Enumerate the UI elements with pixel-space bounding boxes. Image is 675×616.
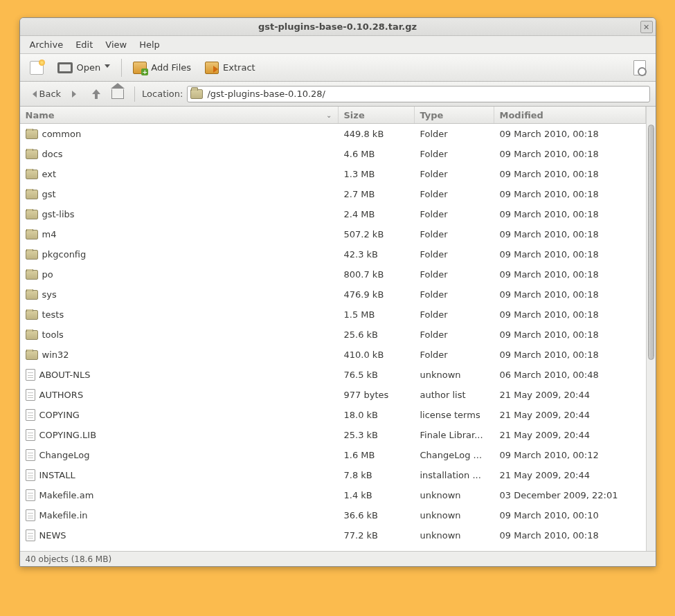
file-row[interactable]: gst2.7 MBFolder09 March 2010, 00:18: [20, 184, 646, 204]
back-label: Back: [39, 89, 62, 99]
file-modified: 09 March 2010, 00:18: [494, 530, 646, 541]
file-name: gst: [42, 189, 56, 199]
file-row[interactable]: tools25.6 kBFolder09 March 2010, 00:18: [20, 325, 646, 345]
folder-icon: [26, 330, 38, 340]
file-type: Finale Librar...: [415, 430, 494, 440]
add-files-button[interactable]: Add Files: [127, 59, 197, 77]
menu-view[interactable]: View: [100, 37, 132, 52]
file-name: common: [42, 129, 82, 139]
file-size: 410.0 kB: [339, 350, 415, 360]
file-type: unknown: [415, 370, 494, 380]
file-modified: 03 December 2009, 22:01: [494, 490, 646, 500]
file-modified: 09 March 2010, 00:18: [494, 289, 646, 300]
column-header-name[interactable]: Name ⌄: [20, 107, 339, 123]
file-type: Folder: [415, 149, 494, 159]
menu-archive[interactable]: Archive: [24, 37, 69, 52]
back-icon: [29, 91, 37, 98]
file-size: 7.8 kB: [339, 470, 415, 480]
file-row[interactable]: COPYING.LIB25.3 kBFinale Librar...21 May…: [20, 425, 646, 445]
file-name: docs: [42, 149, 63, 159]
nav-separator: [134, 87, 135, 102]
file-row[interactable]: tests1.5 MBFolder09 March 2010, 00:18: [20, 305, 646, 325]
file-name: win32: [42, 350, 69, 360]
file-row[interactable]: m4507.2 kBFolder09 March 2010, 00:18: [20, 224, 646, 244]
folder-icon: [26, 129, 38, 139]
menu-help[interactable]: Help: [134, 37, 165, 52]
file-size: 36.6 kB: [339, 510, 415, 520]
file-row[interactable]: ext1.3 MBFolder09 March 2010, 00:18: [20, 164, 646, 184]
file-row[interactable]: NEWS77.2 kBunknown09 March 2010, 00:18: [20, 525, 646, 545]
file-icon: [26, 409, 35, 421]
file-row[interactable]: docs4.6 MBFolder09 March 2010, 00:18: [20, 144, 646, 164]
column-header-modified[interactable]: Modified: [494, 107, 646, 123]
file-name: COPYING.LIB: [39, 430, 97, 440]
file-row[interactable]: AUTHORS977 bytesauthor list21 May 2009, …: [20, 385, 646, 405]
file-size: 449.8 kB: [339, 129, 415, 139]
home-icon: [111, 89, 124, 99]
up-icon: [91, 89, 100, 99]
file-name: pkgconfig: [42, 249, 87, 260]
folder-icon: [26, 310, 38, 320]
file-type: unknown: [415, 510, 494, 520]
file-row[interactable]: Makefile.in36.6 kBunknown09 March 2010, …: [20, 505, 646, 525]
vertical-scrollbar[interactable]: [646, 107, 656, 551]
file-size: 800.7 kB: [339, 269, 415, 280]
file-row[interactable]: common449.8 kBFolder09 March 2010, 00:18: [20, 124, 646, 144]
file-size: 476.9 kB: [339, 289, 415, 300]
file-type: license terms: [415, 410, 494, 420]
titlebar[interactable]: gst-plugins-base-0.10.28.tar.gz ✕: [20, 18, 656, 36]
column-header-type[interactable]: Type: [415, 107, 494, 123]
extract-button[interactable]: Extract: [199, 59, 261, 77]
file-row[interactable]: gst-libs2.4 MBFolder09 March 2010, 00:18: [20, 204, 646, 224]
window-close-button[interactable]: ✕: [640, 21, 653, 33]
new-archive-button[interactable]: [24, 58, 49, 78]
up-button[interactable]: [87, 87, 104, 101]
file-modified: 21 May 2009, 20:44: [494, 430, 646, 440]
location-value: /gst-plugins-base-0.10.28/: [207, 89, 325, 99]
file-row[interactable]: po800.7 kBFolder09 March 2010, 00:18: [20, 264, 646, 284]
file-type: Folder: [415, 269, 494, 280]
open-archive-button[interactable]: Open: [52, 60, 116, 76]
toolbar: Open Add Files Extract: [20, 54, 656, 82]
location-input[interactable]: /gst-plugins-base-0.10.28/: [187, 86, 649, 102]
file-name: ChangeLog: [39, 450, 90, 460]
file-name: po: [42, 269, 53, 280]
file-modified: 09 March 2010, 00:18: [494, 129, 646, 139]
file-row[interactable]: ABOUT-NLS76.5 kBunknown06 March 2010, 00…: [20, 365, 646, 385]
file-type: unknown: [415, 490, 494, 500]
file-row[interactable]: Makefile.am1.4 kBunknown03 December 2009…: [20, 485, 646, 505]
file-modified: 21 May 2009, 20:44: [494, 410, 646, 420]
file-row[interactable]: sys476.9 kBFolder09 March 2010, 00:18: [20, 284, 646, 305]
file-size: 2.7 MB: [339, 189, 415, 199]
home-button[interactable]: [108, 87, 127, 101]
file-modified: 21 May 2009, 20:44: [494, 390, 646, 400]
menu-edit[interactable]: Edit: [70, 37, 98, 52]
file-modified: 09 March 2010, 00:18: [494, 189, 646, 199]
file-modified: 09 March 2010, 00:10: [494, 510, 646, 520]
folder-icon: [190, 89, 203, 99]
file-modified: 09 March 2010, 00:18: [494, 229, 646, 239]
file-modified: 09 March 2010, 00:18: [494, 329, 646, 340]
file-type: ChangeLog ...: [415, 450, 494, 460]
extract-label: Extract: [223, 62, 255, 73]
file-row[interactable]: win32410.0 kBFolder09 March 2010, 00:18: [20, 345, 646, 365]
scrollbar-thumb[interactable]: [648, 125, 654, 360]
file-size: 25.6 kB: [339, 329, 415, 340]
file-row[interactable]: INSTALL7.8 kBinstallation ...21 May 2009…: [20, 465, 646, 485]
file-size: 4.6 MB: [339, 149, 415, 159]
status-text: 40 objects (18.6 MB): [26, 554, 112, 564]
back-button[interactable]: Back: [26, 87, 65, 101]
column-headers: Name ⌄ Size Type Modified: [20, 107, 646, 124]
properties-button[interactable]: [628, 57, 651, 78]
forward-button[interactable]: [69, 89, 83, 100]
file-icon: [26, 509, 35, 521]
file-type: Folder: [415, 129, 494, 139]
file-row[interactable]: ChangeLog1.6 MBChangeLog ...09 March 201…: [20, 445, 646, 465]
file-name: ext: [42, 169, 57, 179]
file-row[interactable]: COPYING18.0 kBlicense terms21 May 2009, …: [20, 405, 646, 425]
file-row[interactable]: pkgconfig42.3 kBFolder09 March 2010, 00:…: [20, 244, 646, 264]
close-icon: ✕: [643, 23, 649, 32]
file-size: 77.2 kB: [339, 530, 415, 541]
file-modified: 09 March 2010, 00:18: [494, 269, 646, 280]
column-header-size[interactable]: Size: [339, 107, 415, 123]
